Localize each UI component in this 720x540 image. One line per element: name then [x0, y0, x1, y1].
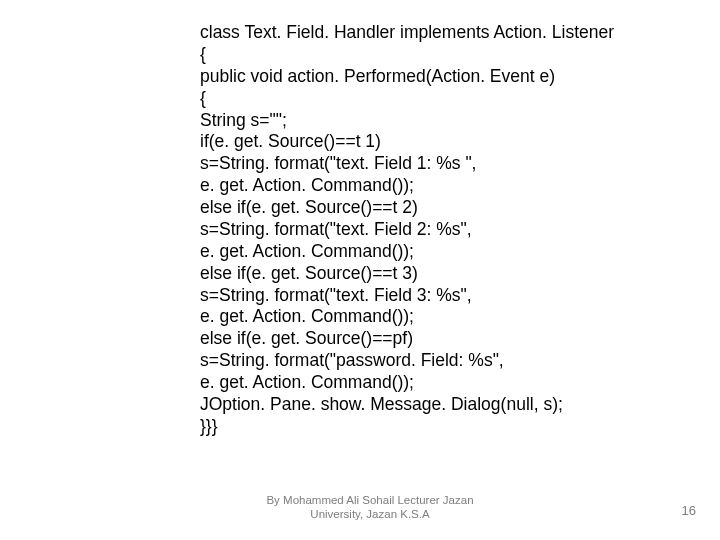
code-line: class Text. Field. Handler implements Ac… [200, 22, 620, 44]
page-number: 16 [682, 503, 696, 518]
code-line: JOption. Pane. show. Message. Dialog(nul… [200, 394, 620, 416]
code-line: { [200, 44, 620, 66]
code-line: { [200, 88, 620, 110]
code-line: e. get. Action. Command()); [200, 306, 620, 328]
code-line: else if(e. get. Source()==pf) [200, 328, 620, 350]
slide: class Text. Field. Handler implements Ac… [0, 0, 720, 540]
code-line: else if(e. get. Source()==t 2) [200, 197, 620, 219]
code-line: if(e. get. Source()==t 1) [200, 131, 620, 153]
code-line: s=String. format("text. Field 2: %s", [200, 219, 620, 241]
code-line: }}} [200, 416, 620, 438]
code-line: e. get. Action. Command()); [200, 175, 620, 197]
code-line: e. get. Action. Command()); [200, 372, 620, 394]
code-line: else if(e. get. Source()==t 3) [200, 263, 620, 285]
code-block: class Text. Field. Handler implements Ac… [200, 22, 620, 438]
code-line: s=String. format("password. Field: %s", [200, 350, 620, 372]
footer-credit: By Mohammed Ali Sohail Lecturer Jazan Un… [220, 494, 520, 522]
code-line: String s=""; [200, 110, 620, 132]
code-line: s=String. format("text. Field 1: %s ", [200, 153, 620, 175]
code-line: public void action. Performed(Action. Ev… [200, 66, 620, 88]
footer-credit-line: By Mohammed Ali Sohail Lecturer Jazan [220, 494, 520, 508]
code-line: s=String. format("text. Field 3: %s", [200, 285, 620, 307]
code-line: e. get. Action. Command()); [200, 241, 620, 263]
footer-credit-line: University, Jazan K.S.A [220, 508, 520, 522]
